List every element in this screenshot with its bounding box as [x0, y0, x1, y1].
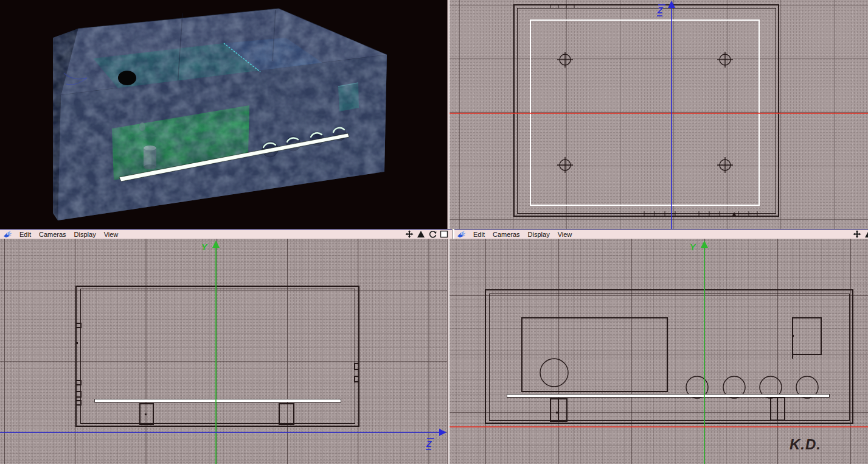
svg-text:Z: Z [657, 5, 663, 15]
render-scene [0, 0, 448, 229]
scale-icon[interactable] [417, 230, 425, 238]
menu-view[interactable]: View [104, 231, 119, 238]
menubar-left: Edit Cameras Display View [0, 229, 453, 239]
menu-cameras[interactable]: Cameras [39, 231, 66, 238]
grid-top-view [448, 0, 868, 229]
vertex-dot [556, 412, 558, 413]
vertex-dot [792, 335, 794, 337]
menubar-separator [452, 229, 454, 239]
pointer-icon[interactable] [3, 230, 13, 238]
highlight-stripe-front [507, 394, 829, 397]
vertex-dot [76, 342, 78, 344]
grid-major-side [0, 239, 447, 464]
viewport-tools [405, 230, 453, 238]
grid-major-front [448, 239, 868, 464]
vertex-dot [145, 413, 147, 415]
rotate-icon[interactable] [428, 230, 437, 238]
pointer-icon[interactable] [457, 230, 467, 238]
menu-edit[interactable]: Edit [19, 231, 31, 238]
scale-icon[interactable] [864, 230, 868, 238]
menu-view[interactable]: View [558, 231, 572, 238]
menu-edit[interactable]: Edit [473, 231, 485, 238]
maximize-icon[interactable] [440, 230, 448, 238]
svg-text:Z: Z [426, 439, 432, 449]
viewport-splitter-top[interactable] [447, 0, 450, 229]
viewport-tools [853, 230, 868, 238]
move-icon[interactable] [853, 230, 861, 238]
highlight-stripe-side [94, 399, 341, 402]
menu-cameras[interactable]: Cameras [493, 231, 520, 238]
menu-display[interactable]: Display [74, 231, 96, 238]
signature-text: K.D. [790, 436, 821, 452]
viewport-splitter-bottom[interactable] [447, 239, 450, 464]
viewport-side[interactable]: Y Z [0, 239, 447, 464]
move-icon[interactable] [405, 230, 414, 238]
viewport-perspective[interactable] [0, 0, 448, 229]
top-hole [118, 71, 136, 85]
viewport-front[interactable]: Y K.D. [448, 239, 868, 464]
menu-display[interactable]: Display [528, 231, 550, 238]
menubar-right: Edit Cameras Display View [454, 229, 868, 239]
viewport-top[interactable]: Z [448, 0, 868, 229]
application-window: Z Edit Cameras Display View [0, 0, 868, 464]
